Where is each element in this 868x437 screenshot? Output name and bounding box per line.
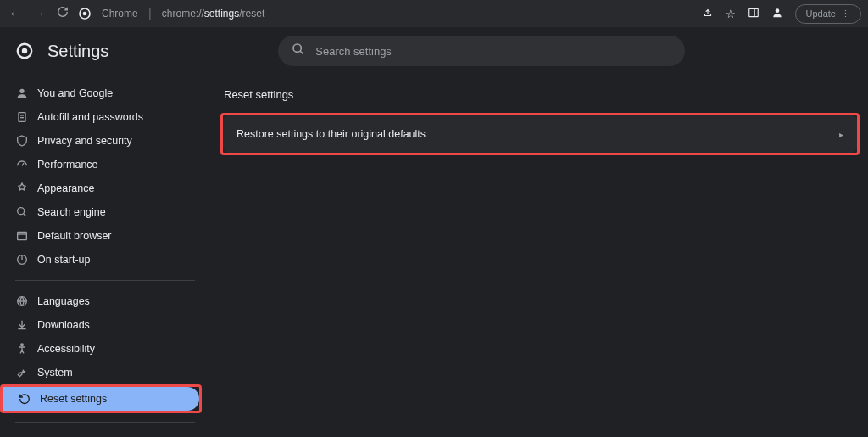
forward-button[interactable]: → [31,6,47,21]
sidebar-item-on-startup[interactable]: On start-up [0,248,202,272]
search-container[interactable] [278,36,685,66]
svg-point-23 [21,344,24,346]
svg-rect-16 [18,232,27,239]
restore-defaults-card[interactable]: Restore settings to their original defau… [223,115,857,153]
power-icon [15,253,37,266]
sidebar-item-performance[interactable]: Performance [0,153,202,176]
download-icon [15,318,37,332]
svg-line-13 [22,163,24,165]
sidebar-item-label: Accessibility [37,343,95,355]
sidebar-item-reset-settings[interactable]: Reset settings [3,387,199,411]
sidebar-item-downloads[interactable]: Downloads [0,313,202,337]
sidebar-item-label: Languages [37,295,90,307]
browser-toolbar: ← → Chrome | chrome://settings/reset ☆ U… [0,0,868,27]
sidebar-item-label: Appearance [37,182,94,194]
speedometer-icon [15,158,37,171]
sidebar-item-label: System [37,367,73,378]
sidebar-item-autofill[interactable]: Autofill and passwords [0,105,202,129]
sidebar-item-label: On start-up [37,254,91,266]
sidebar-item-label: Autofill and passwords [37,111,143,123]
sidebar-item-label: Search engine [37,206,106,218]
sidebar-item-privacy[interactable]: Privacy and security [0,129,202,153]
accessibility-icon [15,342,37,356]
card-label: Restore settings to their original defau… [236,128,839,140]
sidebar-item-system[interactable]: System [0,361,202,384]
profile-icon[interactable] [771,7,783,21]
sidebar-item-label: Performance [37,159,98,171]
sidebar-item-label: Reset settings [40,393,107,405]
svg-point-4 [775,8,779,13]
address-bar[interactable]: chrome://settings/reset [162,8,264,20]
search-icon [15,205,37,219]
palette-icon [15,182,37,195]
sidebar-item-extensions[interactable]: Extensions [0,431,202,437]
section-title: Reset settings [220,88,860,101]
chrome-icon [78,7,92,20]
panel-icon[interactable] [748,7,760,21]
main-content: Reset settings Restore settings to their… [212,75,868,437]
toolbar-divider: | [148,6,152,21]
sidebar-item-label: Privacy and security [37,135,132,147]
sidebar-item-label: You and Google [37,87,113,99]
sidebar-separator [15,422,195,423]
bookmark-icon[interactable]: ☆ [726,8,736,20]
sidebar-item-label: Downloads [37,319,90,331]
sidebar-item-languages[interactable]: Languages [0,289,202,313]
person-icon [15,87,37,100]
update-button[interactable]: Update ⋮ [795,4,861,24]
back-button[interactable]: ← [7,6,24,21]
shield-icon [15,134,37,148]
page-title: Settings [47,42,108,61]
svg-point-14 [18,208,25,215]
svg-rect-2 [748,8,758,16]
search-icon [292,42,305,59]
highlight-annotation: Restore settings to their original defau… [220,113,860,155]
browser-icon [15,229,37,243]
highlight-annotation: Reset settings [0,384,202,413]
wrench-icon [15,366,37,379]
svg-point-7 [293,44,301,52]
svg-point-6 [22,48,27,53]
restore-icon [18,392,40,406]
sidebar-item-search-engine[interactable]: Search engine [0,200,202,224]
sidebar: You and Google Autofill and passwords Pr… [0,75,212,437]
svg-point-9 [19,89,24,93]
page-header: Settings [0,27,868,75]
sidebar-item-appearance[interactable]: Appearance [0,176,202,200]
reload-button[interactable] [54,6,71,21]
settings-chrome-icon [15,42,34,60]
sidebar-item-default-browser[interactable]: Default browser [0,224,202,248]
search-input[interactable] [315,45,671,58]
svg-line-15 [24,214,26,216]
sidebar-item-you-and-google[interactable]: You and Google [0,81,202,105]
chevron-right-icon: ▸ [839,130,843,139]
svg-point-1 [83,12,87,16]
menu-dots-icon: ⋮ [841,8,850,20]
sidebar-item-label: Default browser [37,230,112,242]
clipboard-icon [15,110,37,124]
sidebar-separator [15,280,195,281]
globe-icon [15,294,37,308]
browser-name-label: Chrome [102,8,138,20]
share-icon[interactable] [702,7,714,21]
sidebar-item-accessibility[interactable]: Accessibility [0,337,202,361]
svg-line-8 [300,51,303,53]
